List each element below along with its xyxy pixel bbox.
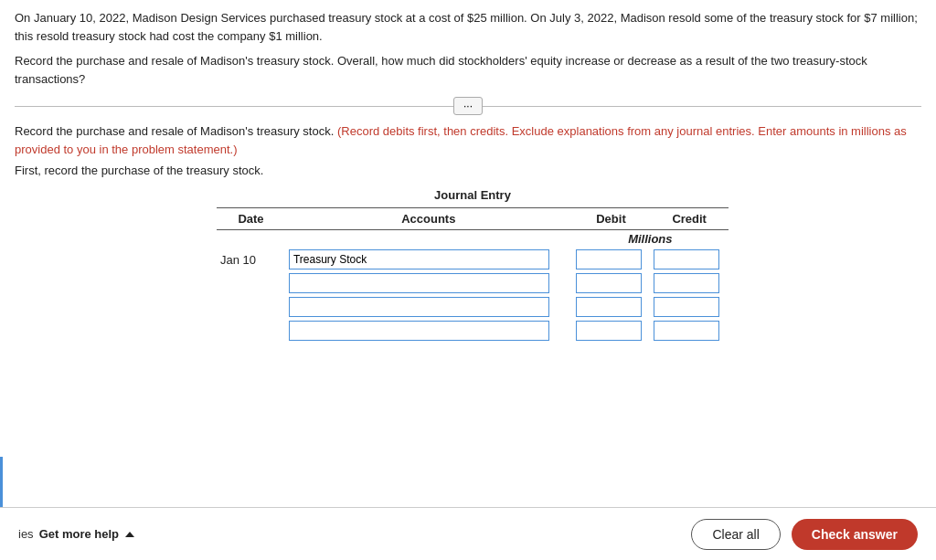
bottom-right-buttons: Clear all Check answer (691, 519, 918, 550)
date-cell-2 (217, 271, 285, 295)
instruction-text: Record the purchase and resale of Madiso… (15, 122, 921, 158)
credit-input-2[interactable] (654, 273, 719, 293)
account-cell-2 (285, 271, 572, 295)
journal-entry-section: Journal Entry Date Accounts Debit Credit… (24, 188, 921, 343)
account-input-3[interactable] (289, 297, 549, 317)
debit-input-3[interactable] (576, 297, 642, 317)
credit-header: Credit (650, 208, 729, 230)
table-row (217, 271, 729, 295)
debit-header: Debit (572, 208, 651, 230)
account-cell-4 (285, 319, 572, 343)
instruction-base: Record the purchase and resale of Madiso… (15, 124, 334, 138)
problem-text-1: On January 10, 2022, Madison Design Serv… (15, 9, 921, 45)
check-answer-button[interactable]: Check answer (792, 519, 918, 550)
date-cell-3 (217, 295, 285, 319)
debit-cell-1 (572, 248, 651, 271)
account-input-4[interactable] (289, 321, 549, 341)
debit-input-1[interactable] (576, 249, 642, 269)
credit-input-1[interactable] (654, 249, 719, 269)
left-nav-indicator (0, 457, 3, 512)
table-row (217, 295, 729, 319)
debit-cell-2 (572, 271, 651, 295)
date-header: Date (217, 208, 285, 230)
account-input-2[interactable] (289, 273, 549, 293)
date-cell-4 (217, 319, 285, 343)
debit-cell-4 (572, 319, 651, 343)
credit-input-3[interactable] (654, 297, 719, 317)
get-more-help-button[interactable]: Get more help (39, 527, 134, 541)
account-cell-3 (285, 295, 572, 319)
first-step-text: First, record the purchase of the treasu… (15, 164, 921, 177)
debit-input-4[interactable] (576, 321, 642, 341)
millions-row: Millions (217, 230, 729, 248)
credit-cell-2 (650, 271, 729, 295)
millions-label: Millions (572, 230, 729, 248)
table-row: Jan 10 (217, 248, 729, 271)
table-header-row: Date Accounts Debit Credit (217, 208, 729, 230)
ellipsis-button[interactable]: ··· (453, 97, 483, 115)
account-input-1[interactable] (289, 249, 549, 269)
credit-input-4[interactable] (654, 321, 719, 341)
clear-all-button[interactable]: Clear all (691, 519, 780, 550)
account-cell-1 (285, 248, 572, 271)
credit-cell-1 (650, 248, 729, 271)
journal-table: Date Accounts Debit Credit Millions Jan … (217, 207, 729, 343)
date-cell-1: Jan 10 (217, 248, 285, 271)
accounts-header: Accounts (285, 208, 572, 230)
main-content: On January 10, 2022, Madison Design Serv… (0, 0, 936, 507)
credit-cell-3 (650, 295, 729, 319)
bottom-bar: ies Get more help Clear all Check answer (0, 507, 936, 560)
ies-label: ies (18, 527, 34, 541)
debit-cell-3 (572, 295, 651, 319)
get-more-help-label: Get more help (39, 527, 119, 541)
credit-cell-4 (650, 319, 729, 343)
divider-row: ··· (15, 97, 921, 115)
table-row (217, 319, 729, 343)
question-text: Record the purchase and resale of Madiso… (15, 52, 921, 88)
journal-title: Journal Entry (24, 188, 921, 202)
arrow-up-icon (125, 532, 134, 537)
debit-input-2[interactable] (576, 273, 642, 293)
